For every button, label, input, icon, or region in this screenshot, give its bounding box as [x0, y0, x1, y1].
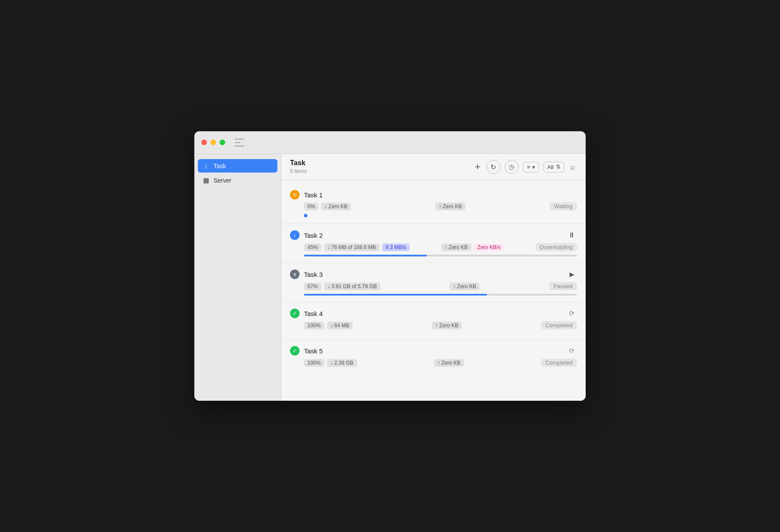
- task3-percent: 67%: [304, 283, 321, 290]
- task4-download-size: ↓ 64 MB: [327, 322, 353, 329]
- task5-upload-size: ↑ Zero KB: [434, 359, 464, 367]
- task4-name: Task 4: [304, 310, 562, 317]
- sidebar-item-server-label: Server: [213, 177, 231, 184]
- sidebar: ↕ Task ▦ Server: [194, 154, 281, 401]
- task1-meta: 0% ↓ Zero KB ↑ Zero KB Waiting: [304, 202, 577, 210]
- completed-checkmark-icon-5: ✓: [293, 348, 297, 354]
- task5-status-icon: ✓: [290, 346, 300, 356]
- content-panel: Task 5 items + ↻ ◷ ≡ ▾ Al: [281, 154, 586, 401]
- task3-play-button[interactable]: ▶: [567, 269, 577, 279]
- content-title: Task 5 items: [290, 159, 473, 175]
- refresh-button[interactable]: ↻: [487, 160, 500, 174]
- sidebar-item-server[interactable]: ▦ Server: [198, 173, 277, 187]
- filter-button[interactable]: ≡ ▾: [523, 162, 539, 173]
- task4-restore-button[interactable]: ⟳: [567, 308, 577, 319]
- task2-upload-size: ↑ Zero KB: [441, 243, 471, 251]
- task3-progress-fill: [304, 294, 487, 296]
- search-icon: ⌕: [570, 163, 575, 171]
- task-item-1: ↻ Task 1 0% ↓ Zero KB ↑ Zero KB Waiting: [281, 184, 586, 224]
- search-button[interactable]: ⌕: [569, 161, 577, 173]
- item-count: 5 items: [290, 168, 307, 174]
- content-header: Task 5 items + ↻ ◷ ≡ ▾ Al: [281, 154, 586, 180]
- page-title: Task: [290, 159, 473, 167]
- task5-meta: 100% ↓ 2.39 GB ↑ Zero KB Completed: [304, 359, 577, 367]
- filter-arrow-icon: ▾: [532, 164, 535, 170]
- task-row-3: ⏸ Task 3 ▶: [290, 269, 577, 279]
- task5-percent: 100%: [304, 359, 324, 367]
- refresh-icon: ↻: [490, 163, 496, 171]
- task1-download-size: ↓ Zero KB: [321, 203, 351, 210]
- task5-status: Completed: [541, 359, 577, 367]
- task2-upload-speed: Zero KB/s: [474, 243, 504, 251]
- clock-icon: ◷: [509, 163, 514, 171]
- task5-download-size: ↓ 2.39 GB: [327, 359, 357, 367]
- minimize-button[interactable]: [210, 140, 216, 145]
- task2-progress-fill: [304, 255, 427, 256]
- toolbar: + ↻ ◷ ≡ ▾ All ⇅ ⌕: [473, 160, 577, 174]
- task-item-2: ↕ Task 2 ⏸ 45% ↓ 76 MB of 168.6 MB 9.3 M…: [281, 224, 586, 263]
- task1-progress-dot: [304, 214, 307, 217]
- main-area: ↕ Task ▦ Server Task 5 items + ↻: [194, 154, 586, 401]
- sidebar-item-task[interactable]: ↕ Task: [198, 159, 277, 173]
- task-row-2: ↕ Task 2 ⏸: [290, 230, 577, 240]
- task3-name: Task 3: [304, 271, 562, 278]
- app-window: ↕ Task ▦ Server Task 5 items + ↻: [194, 131, 586, 401]
- task-item-4: ✓ Task 4 ⟳ 100% ↓ 64 MB ↑ Zero KB Comple…: [281, 302, 586, 339]
- task4-percent: 100%: [304, 322, 324, 329]
- task2-speed: 9.3 MB/s: [382, 243, 410, 251]
- task1-status-icon: ↻: [290, 190, 300, 200]
- maximize-button[interactable]: [220, 140, 225, 145]
- clock-button[interactable]: ◷: [505, 160, 519, 174]
- task3-status: Paused: [549, 282, 577, 290]
- waiting-icon: ↻: [293, 192, 297, 198]
- task1-name: Task 1: [304, 191, 577, 199]
- task2-percent: 45%: [304, 243, 321, 251]
- task-list: ↻ Task 1 0% ↓ Zero KB ↑ Zero KB Waiting: [281, 180, 586, 401]
- task2-name: Task 2: [304, 232, 562, 239]
- task3-meta: 67% ↓ 3.91 GB of 5.78 GB ↑ Zero KB Pause…: [304, 282, 577, 290]
- task3-status-icon: ⏸: [290, 269, 300, 279]
- downloading-icon: ↕: [293, 233, 296, 238]
- filter-icon: ≡: [527, 164, 530, 170]
- task2-download-detail: ↓ 76 MB of 168.6 MB: [324, 243, 380, 251]
- task-row-5: ✓ Task 5 ⟳: [290, 346, 577, 356]
- task3-download-detail: ↓ 3.91 GB of 5.78 GB: [324, 283, 380, 290]
- sidebar-item-task-label: Task: [213, 163, 226, 170]
- task4-meta: 100% ↓ 64 MB ↑ Zero KB Completed: [304, 321, 577, 329]
- task4-status: Completed: [541, 321, 577, 329]
- task2-progress-bg: [304, 255, 577, 256]
- task-item-3: ⏸ Task 3 ▶ 67% ↓ 3.91 GB of 5.78 GB ↑ Ze…: [281, 263, 586, 302]
- task1-upload-size: ↑ Zero KB: [435, 203, 465, 210]
- task1-status: Waiting: [550, 202, 577, 210]
- task2-status-icon: ↕: [290, 230, 300, 240]
- task2-status: Downloading: [536, 243, 577, 251]
- task2-pause-button[interactable]: ⏸: [567, 230, 577, 240]
- all-filter-dropdown[interactable]: All ⇅: [543, 162, 564, 173]
- task3-progress-bg: [304, 294, 577, 296]
- task4-upload-size: ↑ Zero KB: [432, 322, 462, 329]
- sort-icon: ⇅: [556, 164, 560, 170]
- title-bar: [194, 131, 586, 154]
- completed-checkmark-icon: ✓: [293, 310, 297, 316]
- sidebar-toggle-button[interactable]: [235, 139, 244, 146]
- close-button[interactable]: [201, 140, 207, 145]
- task1-percent: 0%: [304, 203, 318, 210]
- add-button[interactable]: +: [473, 160, 482, 174]
- task4-status-icon: ✓: [290, 309, 300, 318]
- task5-name: Task 5: [304, 347, 562, 355]
- task5-restore-button[interactable]: ⟳: [567, 346, 577, 356]
- traffic-lights: [194, 139, 281, 146]
- task-row-4: ✓ Task 4 ⟳: [290, 308, 577, 319]
- task-item-5: ✓ Task 5 ⟳ 100% ↓ 2.39 GB ↑ Zero KB Comp…: [281, 339, 586, 376]
- task-row-1: ↻ Task 1: [290, 190, 577, 200]
- task2-meta: 45% ↓ 76 MB of 168.6 MB 9.3 MB/s ↑ Zero …: [304, 243, 577, 251]
- paused-icon: ⏸: [293, 272, 297, 277]
- all-label: All: [547, 164, 553, 170]
- task-icon: ↕: [202, 162, 210, 170]
- task3-upload-size: ↑ Zero KB: [450, 283, 480, 290]
- server-icon: ▦: [202, 176, 210, 184]
